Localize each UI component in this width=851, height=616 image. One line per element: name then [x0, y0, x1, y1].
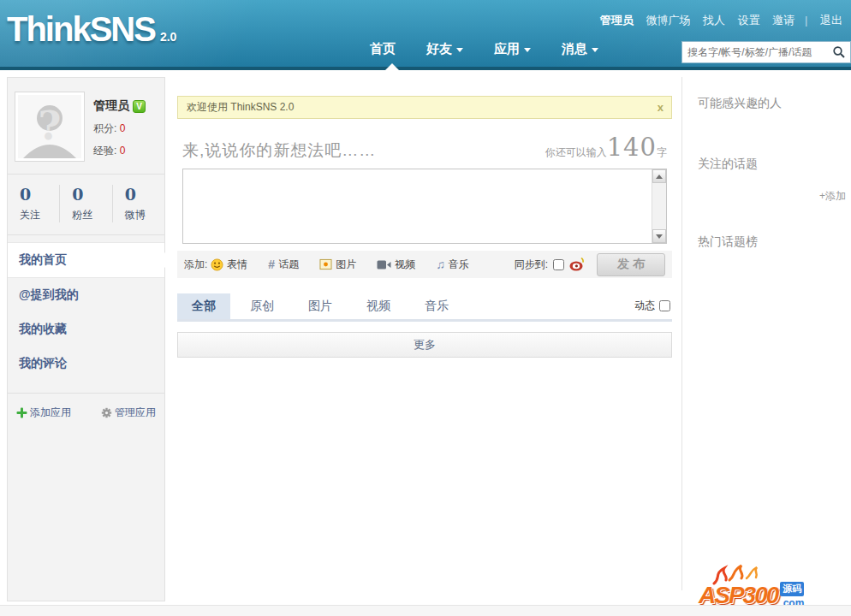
apps-row: 添加应用 管理应用	[8, 394, 164, 432]
chevron-down-icon	[456, 48, 463, 52]
section-followed-topics: 关注的话题	[698, 157, 846, 172]
stat-weibo[interactable]: 0 微博	[113, 185, 164, 222]
username[interactable]: 管理员	[93, 98, 129, 114]
dynamic-label: 动态	[634, 299, 655, 313]
page: ThinkSNS2.0 管理员 微博广场 找人 设置 邀请 | 退出 首页 好友…	[0, 0, 851, 616]
tab-videos[interactable]: 视频	[352, 293, 405, 319]
scrollbar[interactable]	[652, 169, 666, 243]
chevron-down-icon	[592, 48, 598, 52]
manage-app-link[interactable]: 管理应用	[101, 406, 156, 420]
dynamic-toggle: 动态	[634, 299, 670, 313]
add-label: 添加:	[184, 258, 207, 272]
svg-text:?: ?	[39, 103, 62, 149]
gear-icon	[101, 407, 112, 418]
nav-home[interactable]: 首页	[370, 41, 396, 57]
arrow-up-icon	[656, 175, 663, 179]
sidebar-item-favorites[interactable]: 我的收藏	[8, 312, 164, 346]
music-tool[interactable]: ♫ 音乐	[436, 258, 469, 272]
sidebar-item-mentions[interactable]: @提到我的	[8, 278, 164, 312]
video-tool[interactable]: 视频	[377, 258, 415, 272]
score-row: 积分: 0	[93, 121, 146, 136]
composer-prompt: 来,说说你的新想法吧……	[182, 139, 376, 162]
sync-checkbox[interactable]	[553, 259, 564, 270]
scroll-up-button[interactable]	[652, 169, 666, 183]
music-note-icon: ♫	[436, 258, 445, 271]
tab-images[interactable]: 图片	[294, 293, 347, 319]
hash-icon: #	[268, 258, 275, 271]
watermark-yuanma: 源码	[780, 582, 804, 596]
close-icon[interactable]: x	[658, 97, 664, 118]
more-button[interactable]: 更多	[177, 332, 672, 358]
stat-following[interactable]: 0 关注	[8, 185, 60, 222]
sync-area: 同步到: 发 布	[515, 253, 665, 276]
logo-text: ThinkSNS	[7, 10, 155, 48]
section-interesting-people: 可能感兴趣的人	[698, 96, 846, 111]
welcome-banner-text: 欢迎使用 ThinkSNS 2.0	[187, 101, 294, 113]
weibo-icon[interactable]	[569, 258, 585, 271]
top-link-weibo-square[interactable]: 微博广场	[646, 14, 690, 27]
search-input[interactable]	[682, 46, 832, 58]
user-stats: 0 关注 0 粉丝 0 微博	[8, 175, 164, 235]
arrow-down-icon	[656, 234, 663, 239]
dynamic-checkbox[interactable]	[659, 300, 670, 311]
main-column: 欢迎使用 ThinkSNS 2.0 x 来,说说你的新想法吧…… 你还可以输入1…	[177, 96, 672, 358]
feed-tabs: 全部 原创 图片 视频 音乐 动态	[177, 295, 672, 322]
top-link-logout[interactable]: 退出	[820, 14, 842, 27]
top-link-find-people[interactable]: 找人	[703, 14, 725, 27]
char-count-value: 140	[607, 133, 657, 162]
plus-icon	[16, 407, 27, 418]
main-nav: 首页 好友 应用 消息	[370, 41, 598, 57]
status-input[interactable]	[182, 169, 667, 244]
tab-original[interactable]: 原创	[235, 293, 289, 319]
search-icon[interactable]	[832, 45, 846, 59]
logo: ThinkSNS2.0	[7, 10, 176, 49]
avatar-placeholder-icon: ?	[18, 95, 81, 158]
nav-active-indicator	[385, 63, 399, 70]
tab-music[interactable]: 音乐	[410, 293, 463, 319]
nav-apps[interactable]: 应用	[494, 41, 531, 57]
exp-row: 经验: 0	[93, 144, 146, 158]
add-topic-link[interactable]: +添加	[698, 189, 846, 204]
char-counter: 你还可以输入140字	[545, 133, 667, 162]
composer-toolbar: 添加: 表情 # 话题 图片	[177, 251, 672, 278]
add-app-link[interactable]: 添加应用	[16, 406, 71, 420]
verified-badge-icon: V	[133, 100, 146, 113]
exp-value: 0	[120, 145, 126, 157]
footer-strip	[0, 605, 851, 616]
nav-friends[interactable]: 好友	[426, 41, 463, 57]
sidebar-menu: 我的首页 @提到我的 我的收藏 我的评论	[8, 235, 164, 394]
image-tool[interactable]: 图片	[319, 258, 356, 272]
chevron-down-icon	[524, 48, 531, 52]
logo-version: 2.0	[160, 30, 176, 44]
nav-messages[interactable]: 消息	[562, 41, 598, 57]
welcome-banner: 欢迎使用 ThinkSNS 2.0 x	[177, 96, 672, 119]
score-value: 0	[120, 122, 126, 134]
header: ThinkSNS2.0 管理员 微博广场 找人 设置 邀请 | 退出 首页 好友…	[0, 0, 851, 70]
score-label: 积分:	[93, 122, 116, 134]
top-link-admin[interactable]: 管理员	[600, 14, 634, 27]
top-links-separator: |	[805, 14, 807, 27]
top-link-invite[interactable]: 邀请	[772, 14, 794, 27]
emoticon-tool[interactable]: 表情	[211, 258, 247, 272]
scroll-down-button[interactable]	[652, 229, 666, 243]
publish-button[interactable]: 发 布	[597, 253, 665, 276]
left-sidebar: ? 管理员 V 积分: 0 经验: 0 0	[7, 77, 165, 601]
avatar[interactable]: ?	[15, 92, 85, 162]
stat-followers[interactable]: 0 粉丝	[60, 185, 112, 222]
exp-label: 经验:	[93, 145, 116, 157]
sync-label: 同步到:	[515, 258, 548, 272]
user-info: 管理员 V 积分: 0 经验: 0	[93, 98, 146, 158]
top-links: 管理员 微博广场 找人 设置 邀请 | 退出	[591, 13, 842, 28]
right-sidebar: 可能感兴趣的人 关注的话题 +添加 热门话题榜	[681, 77, 851, 590]
topic-tool[interactable]: # 话题	[268, 258, 299, 272]
top-link-settings[interactable]: 设置	[738, 14, 760, 27]
tab-all[interactable]: 全部	[177, 293, 230, 319]
sidebar-item-comments[interactable]: 我的评论	[8, 346, 164, 381]
video-camera-icon	[377, 259, 391, 270]
image-icon	[319, 258, 332, 270]
smiley-icon	[211, 258, 223, 271]
sidebar-item-my-home[interactable]: 我的首页	[8, 242, 164, 278]
search-box	[681, 41, 851, 63]
section-hot-topics: 热门话题榜	[698, 234, 846, 250]
user-card: ? 管理员 V 积分: 0 经验: 0	[8, 78, 164, 175]
